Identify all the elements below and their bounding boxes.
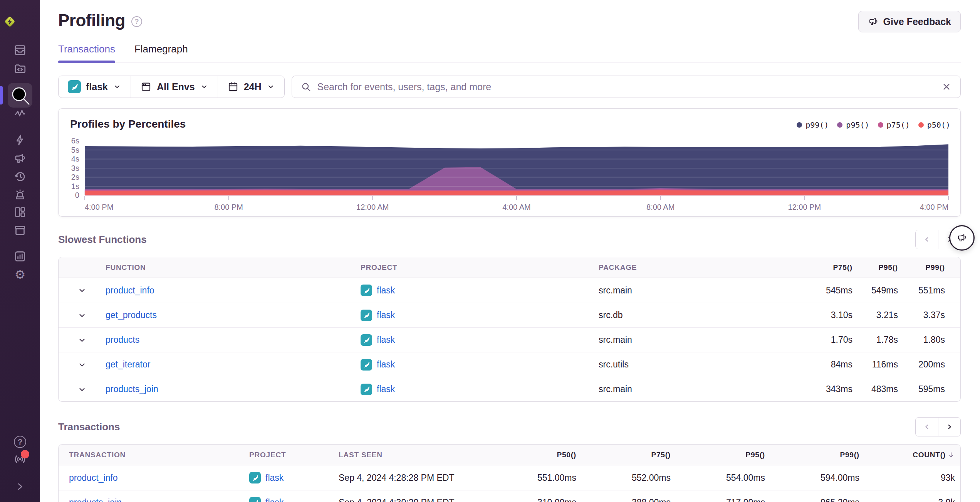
main-content: Profiling ? Give Feedback Transactions F… bbox=[40, 0, 980, 502]
sidebar-item-quick-start[interactable] bbox=[13, 133, 27, 147]
sidebar-item-traces[interactable] bbox=[13, 107, 27, 120]
clear-search-icon[interactable] bbox=[941, 81, 952, 92]
y-axis-tick: 3s bbox=[71, 164, 79, 172]
page-help-icon[interactable]: ? bbox=[131, 16, 142, 27]
col-p95: P95() bbox=[671, 451, 765, 459]
sidebar-item-whats-new[interactable] bbox=[13, 453, 27, 466]
tab-bar: Transactions Flamegraph bbox=[58, 43, 961, 62]
p75-cell: 3.10s bbox=[799, 310, 852, 320]
sidebar-item-search-active[interactable] bbox=[8, 83, 32, 108]
col-p99: P99() bbox=[898, 263, 945, 272]
col-p95: P95() bbox=[852, 263, 898, 272]
project-link[interactable]: flask bbox=[265, 497, 284, 502]
tab-flamegraph[interactable]: Flamegraph bbox=[134, 43, 188, 62]
layout-grid-icon bbox=[13, 206, 27, 219]
chart-title: Profiles by Percentiles bbox=[70, 118, 186, 130]
y-axis-tick: 1s bbox=[71, 182, 79, 190]
project-link[interactable]: flask bbox=[265, 473, 284, 483]
project-filter[interactable]: flask bbox=[59, 76, 131, 98]
sentry-logo[interactable] bbox=[0, 12, 20, 32]
x-axis-tick: 4:00 AM bbox=[502, 203, 530, 211]
sidebar-item-feedback[interactable] bbox=[13, 152, 27, 165]
legend-item[interactable]: p50() bbox=[918, 120, 950, 130]
col-p50: P50() bbox=[482, 451, 576, 459]
window-icon bbox=[140, 81, 152, 93]
transaction-link[interactable]: products_join bbox=[69, 497, 122, 502]
code-folder-icon bbox=[13, 62, 27, 75]
sidebar-item-explore[interactable] bbox=[13, 62, 27, 75]
legend-swatch bbox=[878, 122, 883, 128]
sidebar-collapse-button[interactable] bbox=[13, 480, 27, 493]
expand-row-button[interactable] bbox=[59, 310, 106, 320]
sidebar-item-alerts[interactable] bbox=[13, 188, 27, 201]
sidebar-item-releases[interactable] bbox=[13, 224, 27, 237]
project-link[interactable]: flask bbox=[377, 285, 395, 296]
transaction-link[interactable]: product_info bbox=[69, 473, 118, 483]
area-series-p50 bbox=[85, 190, 948, 195]
legend-item[interactable]: p99() bbox=[797, 120, 829, 130]
sidebar-item-replays[interactable] bbox=[13, 170, 27, 183]
count-cell: 3.9k bbox=[859, 497, 955, 502]
lightning-icon bbox=[13, 133, 27, 147]
expand-row-button[interactable] bbox=[59, 360, 106, 370]
environment-filter[interactable]: All Envs bbox=[131, 76, 218, 98]
p75-cell: 388.00ms bbox=[576, 497, 671, 502]
p75-cell: 343ms bbox=[799, 384, 852, 394]
search-icon bbox=[8, 83, 32, 108]
p95-cell: 717.00ms bbox=[671, 497, 765, 502]
archive-box-icon bbox=[13, 224, 27, 237]
col-count[interactable]: COUNT() bbox=[859, 451, 955, 459]
flask-project-icon bbox=[249, 497, 261, 502]
project-link[interactable]: flask bbox=[377, 335, 395, 345]
flask-project-icon bbox=[361, 384, 372, 395]
sidebar-item-dashboards[interactable] bbox=[13, 206, 27, 219]
sidebar-item-stats[interactable] bbox=[13, 250, 27, 263]
function-link[interactable]: products bbox=[106, 335, 139, 345]
search-input[interactable] bbox=[317, 81, 935, 93]
table-row: products flask src.main 1.70s 1.78s 1.80… bbox=[59, 327, 960, 352]
expand-row-button[interactable] bbox=[59, 384, 106, 394]
p95-cell: 549ms bbox=[852, 285, 898, 296]
expand-row-button[interactable] bbox=[59, 285, 106, 295]
package-cell: src.utils bbox=[599, 359, 799, 370]
p99-cell: 200ms bbox=[898, 359, 945, 370]
p99-cell: 594.00ms bbox=[765, 473, 859, 483]
prev-page-button[interactable] bbox=[916, 418, 938, 436]
project-link[interactable]: flask bbox=[377, 310, 395, 320]
package-cell: src.main bbox=[599, 335, 799, 345]
function-link[interactable]: get_products bbox=[106, 310, 157, 320]
project-link[interactable]: flask bbox=[377, 384, 395, 394]
x-axis-tick: 8:00 AM bbox=[646, 203, 675, 211]
help-icon: ? bbox=[14, 436, 26, 448]
p99-cell: 3.37s bbox=[898, 310, 945, 320]
expand-row-button[interactable] bbox=[59, 335, 106, 345]
table-row: product_info flask Sep 4, 2024 4:28:28 P… bbox=[59, 465, 960, 490]
package-cell: src.db bbox=[599, 310, 799, 320]
table-row: get_iterator flask src.utils 84ms 116ms … bbox=[59, 352, 960, 377]
give-feedback-button[interactable]: Give Feedback bbox=[858, 11, 961, 32]
sidebar-item-help[interactable]: ? bbox=[13, 435, 27, 448]
sidebar-item-issues[interactable] bbox=[13, 44, 27, 57]
megaphone-icon bbox=[13, 152, 27, 165]
legend-item[interactable]: p75() bbox=[878, 120, 910, 130]
floating-feedback-button[interactable] bbox=[949, 225, 975, 251]
function-link[interactable]: get_iterator bbox=[106, 359, 150, 369]
chevron-down-icon bbox=[77, 310, 87, 320]
next-page-button[interactable] bbox=[938, 418, 960, 436]
project-link[interactable]: flask bbox=[377, 359, 395, 370]
y-axis-tick: 6s bbox=[71, 136, 79, 145]
y-axis-tick: 0 bbox=[75, 191, 79, 199]
y-axis-tick: 4s bbox=[71, 155, 79, 163]
timerange-filter[interactable]: 24H bbox=[218, 76, 284, 98]
prev-page-button[interactable] bbox=[916, 230, 938, 249]
p99-cell: 1.80s bbox=[898, 335, 945, 345]
transactions-title: Transactions bbox=[58, 421, 120, 433]
flask-project-icon bbox=[361, 310, 372, 321]
sidebar-item-settings[interactable]: ⚙ bbox=[13, 268, 27, 281]
function-link[interactable]: product_info bbox=[106, 285, 154, 295]
tab-transactions[interactable]: Transactions bbox=[58, 43, 115, 62]
function-link[interactable]: products_join bbox=[106, 384, 158, 394]
siren-icon bbox=[13, 188, 27, 201]
chevron-down-icon bbox=[77, 384, 87, 394]
legend-item[interactable]: p95() bbox=[837, 120, 869, 130]
